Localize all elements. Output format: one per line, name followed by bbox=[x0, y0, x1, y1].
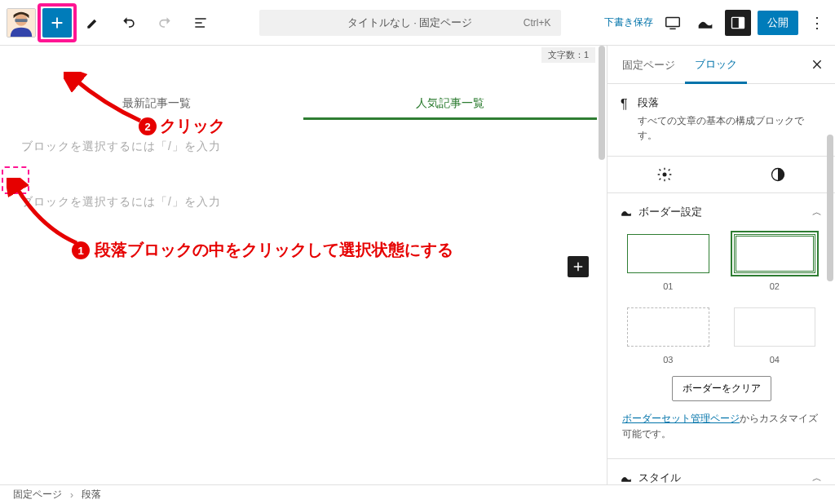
border-option-01[interactable]: 01 bbox=[627, 234, 709, 291]
block-inserter-button[interactable] bbox=[42, 8, 72, 38]
paragraph-icon: ¶ bbox=[621, 95, 628, 143]
border-panel: ボーダー設定 ︿ 01 02 03 04 ボーダーをクリア ボーダーセット管理ペ… bbox=[607, 193, 835, 459]
svg-rect-5 bbox=[739, 17, 744, 28]
sidebar-scrollbar[interactable] bbox=[827, 135, 833, 281]
tab-latest-posts[interactable]: 最新記事一覧 bbox=[10, 86, 303, 120]
border-option-03[interactable]: 03 bbox=[627, 307, 709, 365]
document-outline-icon[interactable] bbox=[186, 8, 215, 38]
word-count-badge: 文字数：1 bbox=[541, 47, 595, 63]
breadcrumb-leaf[interactable]: 段落 bbox=[82, 488, 101, 502]
undo-icon[interactable] bbox=[114, 8, 144, 38]
block-info: ¶ 段落 すべての文章の基本の構成ブロックです。 bbox=[607, 84, 835, 157]
redo-icon[interactable] bbox=[150, 8, 179, 38]
block-breadcrumb: 固定ページ › 段落 bbox=[0, 484, 835, 504]
paragraph-block-placeholder[interactable]: ブロックを選択するには「/」を入力 bbox=[18, 135, 597, 159]
content-tabs: 最新記事一覧 人気記事一覧 bbox=[10, 86, 597, 120]
style-panel: スタイル ︿ スタイルをクリア bbox=[607, 459, 835, 484]
breadcrumb-root[interactable]: 固定ページ bbox=[13, 488, 62, 502]
breadcrumb-separator: › bbox=[70, 489, 73, 501]
toolbar-right: 下書き保存 公開 ⋮ bbox=[604, 10, 828, 36]
sidebar-tab-block[interactable]: ブロック bbox=[685, 46, 747, 84]
swell-dot-icon bbox=[621, 206, 632, 218]
page-title-field[interactable]: タイトルなし · 固定ページ Ctrl+K bbox=[259, 10, 561, 36]
border-panel-header[interactable]: ボーダー設定 ︿ bbox=[607, 193, 835, 231]
sidebar-tabs: 固定ページ ブロック bbox=[607, 46, 835, 84]
toolbar-center: タイトルなし · 固定ページ Ctrl+K bbox=[222, 10, 598, 36]
sidebar-toggle-icon[interactable] bbox=[725, 10, 751, 36]
border-panel-title: ボーダー設定 bbox=[638, 205, 812, 219]
shortcut-hint: Ctrl+K bbox=[524, 17, 551, 29]
more-menu-icon[interactable]: ⋮ bbox=[805, 14, 828, 32]
block-title: 段落 bbox=[638, 95, 822, 110]
workspace: 文字数：1 最新記事一覧 人気記事一覧 ブロックを選択するには「/」を入力 ブロ… bbox=[0, 46, 835, 484]
canvas-scrollbar[interactable] bbox=[599, 46, 605, 160]
editor-canvas[interactable]: 文字数：1 最新記事一覧 人気記事一覧 ブロックを選択するには「/」を入力 ブロ… bbox=[0, 46, 607, 484]
annotation-badge-1: 1 bbox=[72, 241, 90, 259]
save-draft-link[interactable]: 下書き保存 bbox=[604, 15, 653, 29]
border-manage-link[interactable]: ボーダーセット管理ページ bbox=[622, 413, 740, 424]
styles-tab-icon[interactable] bbox=[722, 157, 836, 192]
annotation-text-2: クリック bbox=[160, 115, 225, 137]
style-panel-header[interactable]: スタイル ︿ bbox=[607, 459, 835, 484]
swell-icon[interactable] bbox=[692, 10, 718, 36]
selection-indicator bbox=[2, 166, 29, 194]
svg-rect-3 bbox=[666, 17, 680, 26]
svg-point-6 bbox=[662, 173, 666, 177]
inline-block-inserter[interactable] bbox=[568, 256, 589, 277]
border-option-04[interactable]: 04 bbox=[734, 307, 816, 365]
annotation-badge-2: 2 bbox=[139, 117, 157, 135]
sidebar-close-icon[interactable] bbox=[804, 51, 830, 77]
paragraph-block-placeholder[interactable]: ブロックを選択するには「/」を入力 bbox=[18, 190, 597, 214]
sidebar-tab-page[interactable]: 固定ページ bbox=[612, 46, 685, 82]
block-description: すべての文章の基本の構成ブロックです。 bbox=[638, 113, 822, 143]
chevron-up-icon: ︿ bbox=[812, 206, 822, 219]
border-note: ボーダーセット管理ページからカスタマイズ可能です。 bbox=[621, 409, 822, 445]
chevron-up-icon: ︿ bbox=[812, 471, 822, 484]
border-option-02[interactable]: 02 bbox=[734, 234, 816, 291]
settings-tab-icon[interactable] bbox=[607, 157, 722, 192]
publish-button[interactable]: 公開 bbox=[758, 11, 798, 35]
settings-icon-tabs bbox=[607, 157, 835, 193]
preview-icon[interactable] bbox=[660, 10, 686, 36]
site-avatar[interactable] bbox=[7, 8, 36, 38]
page-title-text: タイトルなし · 固定ページ bbox=[347, 15, 473, 30]
tab-popular-posts[interactable]: 人気記事一覧 bbox=[303, 86, 597, 120]
editor-toolbar: タイトルなし · 固定ページ Ctrl+K 下書き保存 公開 ⋮ bbox=[0, 0, 835, 46]
clear-border-button[interactable]: ボーダーをクリア bbox=[672, 376, 771, 401]
edit-mode-icon[interactable] bbox=[78, 8, 108, 38]
svg-rect-2 bbox=[15, 19, 27, 22]
border-panel-body: 01 02 03 04 ボーダーをクリア ボーダーセット管理ページからカスタマイ… bbox=[607, 231, 835, 458]
swell-dot-icon bbox=[621, 472, 632, 484]
annotation-text-1: 段落ブロックの中をクリックして選択状態にする bbox=[95, 239, 453, 261]
settings-sidebar: 固定ページ ブロック ¶ 段落 すべての文章の基本の構成ブロックです。 bbox=[607, 46, 835, 484]
style-panel-title: スタイル bbox=[638, 471, 812, 484]
